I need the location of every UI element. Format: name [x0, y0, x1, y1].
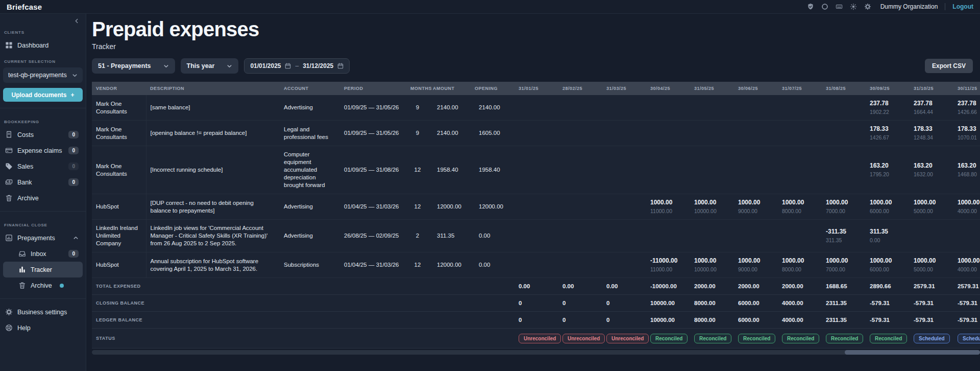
cell-month: 237.781664.44 [906, 95, 950, 121]
table-row[interactable]: Mark One Consultants[opening balance != … [92, 121, 980, 146]
settings-gear-icon[interactable] [864, 3, 871, 10]
cell-month: 1000.005000.00 [906, 252, 950, 278]
footer-value: 2579.31 [906, 278, 950, 295]
sidebar-item-label: Business settings [17, 309, 67, 316]
sidebar-item-expense-claims[interactable]: Expense claims 0 [3, 143, 83, 158]
footer-value: 4000.00 [775, 295, 819, 312]
upload-documents-button[interactable]: Upload documents + [3, 88, 83, 102]
sidebar-item-sales[interactable]: Sales 0 [3, 158, 83, 174]
status-badge[interactable]: Reconciled [694, 334, 731, 343]
client-select[interactable]: test-qb-prepayments [3, 67, 83, 83]
plus-icon: + [71, 91, 75, 99]
cell-amount: 2140.00 [429, 95, 471, 121]
footer-row-ledger_balance: LEDGER BALANCE00010000.008000.006000.004… [92, 312, 980, 329]
keyboard-icon[interactable] [836, 3, 843, 10]
count-badge: 0 [68, 163, 79, 170]
cell-status: Reconciled [643, 329, 687, 349]
cell-description: [Incorrect running schedule] [146, 146, 280, 194]
sidebar-item-prepayments-archive[interactable]: Archive [3, 277, 83, 293]
status-badge[interactable]: Reconciled [826, 334, 863, 343]
sidebar-item-archive[interactable]: Archive [3, 190, 83, 206]
status-badge[interactable]: Unreconciled [519, 334, 561, 343]
cell-amount: 12000.00 [429, 252, 471, 278]
horizontal-scrollbar[interactable] [92, 350, 980, 355]
cell-period: 01/09/25 — 31/08/26 [340, 146, 406, 194]
cell-month [555, 220, 599, 252]
cell-status: Reconciled [731, 329, 775, 349]
client-select-value: test-qb-prepayments [8, 72, 67, 79]
cell-status: Reconciled [819, 329, 863, 349]
footer-value: -579.31 [863, 295, 906, 312]
sidebar-item-costs[interactable]: Costs 0 [3, 127, 83, 143]
sidebar-item-tracker[interactable]: Tracker [3, 262, 83, 277]
status-badge[interactable]: Reconciled [870, 334, 907, 343]
column-header-opening: OPENING [471, 82, 511, 95]
status-badge[interactable]: Unreconciled [606, 334, 649, 343]
sidebar-item-prepayments[interactable]: Prepayments [3, 230, 83, 246]
export-csv-button[interactable]: Export CSV [925, 59, 973, 73]
cell-month: 178.331248.34 [906, 121, 950, 146]
cell-month: 1000.008000.00 [775, 194, 819, 220]
footer-value: 0 [599, 312, 643, 329]
sidebar-item-inbox[interactable]: Inbox 0 [3, 246, 83, 262]
sidebar-divider [0, 298, 86, 299]
column-header-month: 31/03/25 [599, 82, 643, 95]
cell-month [599, 252, 643, 278]
footer-label: STATUS [92, 329, 511, 349]
count-badge: 0 [68, 178, 79, 186]
cell-opening: 2140.00 [471, 95, 511, 121]
cell-month [643, 146, 687, 194]
table-row[interactable]: HubSpot[DUP correct - no need to debit o… [92, 194, 980, 220]
status-badge[interactable]: Scheduled [914, 334, 950, 343]
topbar-divider [945, 3, 945, 10]
table-row[interactable]: LinkedIn Ireland Unlimited CompanyLinked… [92, 220, 980, 252]
status-badge[interactable]: Reconciled [738, 334, 775, 343]
status-badge[interactable]: Scheduled [958, 334, 980, 343]
sidebar-item-label: Expense claims [17, 147, 62, 154]
receipt-icon [5, 131, 13, 138]
table-row[interactable]: Mark One Consultants[Incorrect running s… [92, 146, 980, 194]
sidebar-collapse-button[interactable] [74, 18, 80, 24]
footer-value: 0 [555, 312, 599, 329]
cell-month: 237.781426.66 [950, 95, 980, 121]
section-label-current-selection: CURRENT SELECTION [4, 59, 82, 64]
cell-vendor: HubSpot [92, 194, 146, 220]
cell-vendor: Mark One Consultants [92, 121, 146, 146]
sidebar-item-bank[interactable]: Bank 0 [3, 174, 83, 190]
cell-month [687, 121, 731, 146]
brightness-icon[interactable] [850, 3, 857, 10]
column-header-month: 31/08/25 [819, 82, 863, 95]
table-row[interactable]: HubSpotAnnual subscription for HubSpot s… [92, 252, 980, 278]
footer-value: -10000.00 [643, 278, 687, 295]
sidebar-item-label: Help [17, 324, 31, 332]
scrollbar-thumb[interactable] [845, 350, 980, 355]
sidebar-item-dashboard[interactable]: Dashboard [3, 37, 83, 53]
sidebar-item-help[interactable]: Help [3, 320, 83, 336]
cell-month [950, 220, 980, 252]
page-subtitle: Tracker [92, 42, 980, 51]
cell-status: Unreconciled [599, 329, 643, 349]
cell-month [819, 146, 863, 194]
account-filter-select[interactable]: 51 - Prepayments [92, 58, 175, 74]
status-badge[interactable]: Unreconciled [562, 334, 605, 343]
cell-month [643, 121, 687, 146]
cell-month [511, 220, 555, 252]
table-row[interactable]: Mark One Consultants[same balance]Advert… [92, 95, 980, 121]
shield-check-icon[interactable] [807, 3, 814, 10]
column-header-month: 31/01/25 [511, 82, 555, 95]
footer-value: 10000.00 [643, 295, 687, 312]
cell-month: 1000.009000.00 [731, 194, 775, 220]
footer-value: 2579.31 [950, 278, 980, 295]
status-ring-icon[interactable] [821, 3, 828, 10]
footer-value: -579.31 [950, 312, 980, 329]
period-filter-select[interactable]: This year [181, 58, 239, 74]
cell-month [775, 220, 819, 252]
column-header-month: 28/02/25 [555, 82, 599, 95]
footer-label: TOTAL EXPENSED [92, 278, 511, 295]
sidebar-item-business-settings[interactable]: Business settings [3, 304, 83, 320]
logout-link[interactable]: Logout [952, 3, 973, 10]
status-badge[interactable]: Reconciled [782, 334, 819, 343]
status-badge[interactable]: Reconciled [650, 334, 688, 343]
date-range-picker[interactable]: 01/01/2025 – 31/12/2025 [244, 58, 350, 74]
cell-month [599, 146, 643, 194]
